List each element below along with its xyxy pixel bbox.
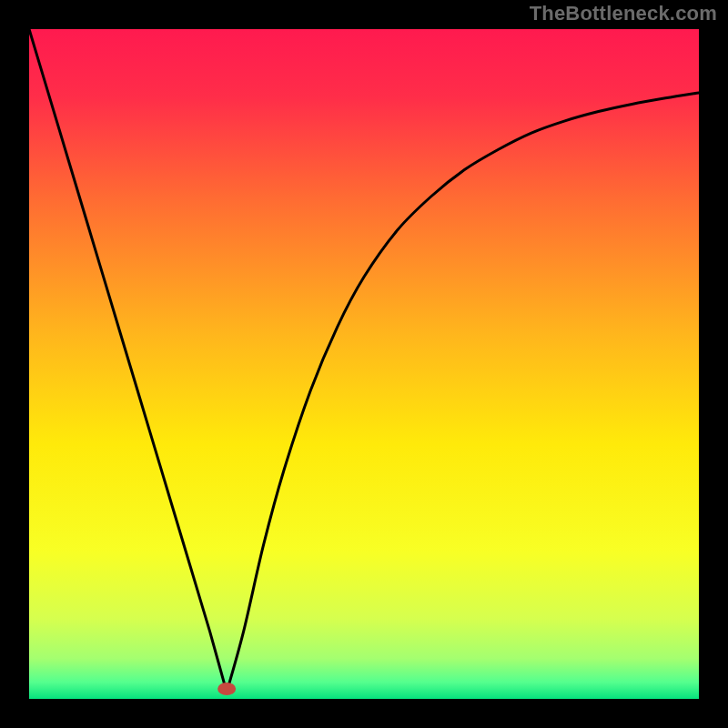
watermark-text: TheBottleneck.com bbox=[530, 2, 717, 25]
bottleneck-chart bbox=[0, 0, 728, 728]
optimal-marker bbox=[217, 682, 236, 695]
chart-frame: TheBottleneck.com bbox=[0, 0, 728, 728]
